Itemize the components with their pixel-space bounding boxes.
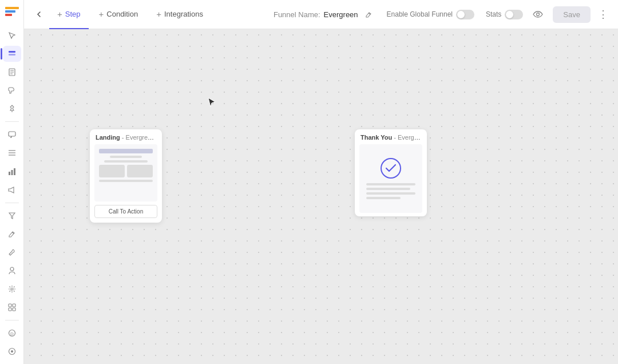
edit-funnel-name-button[interactable] [362,7,375,21]
landing-step-type: Landing [96,134,120,141]
app-logo[interactable] [3,5,21,21]
sidebar-item-pages[interactable] [3,64,21,80]
enable-global-funnel-section: Enable Global Funnel [387,10,474,19]
thankyou-card-header: Thank You - Evergreen Tha... [355,129,427,144]
thankyou-step-type: Thank You [360,134,392,141]
sidebar: D [0,0,24,364]
ty-line1 [366,183,415,185]
ty-line4 [366,197,401,199]
cursor-indicator [207,97,216,112]
save-button[interactable]: Save [553,6,591,23]
sidebar-item-chart[interactable] [3,164,21,180]
svg-rect-4 [9,54,15,56]
svg-rect-16 [14,168,15,175]
svg-rect-22 [9,308,11,311]
svg-rect-3 [9,51,15,53]
sidebar-item-chat[interactable] [3,126,21,143]
landing-preview-row [99,165,153,177]
svg-point-18 [10,267,14,271]
canvas[interactable]: Landing - Evergreen Lan... Call To Actio… [24,29,618,364]
landing-preview-line3 [99,180,153,182]
landing-step-name: - Evergreen Lan... [122,134,162,141]
ty-line2 [366,188,410,190]
svg-rect-15 [11,170,13,175]
funnel-name-value: Evergreen [324,10,358,19]
more-options-button[interactable]: ⋮ [595,6,611,22]
preview-button[interactable] [530,6,546,22]
stats-label: Stats [486,10,501,18]
sidebar-divider-2 [5,203,19,203]
ty-line3 [366,192,415,195]
tab-integrations-plus: + [156,9,161,19]
landing-preview-line2 [104,160,147,163]
svg-rect-0 [5,7,19,9]
sidebar-item-grid[interactable] [3,299,21,315]
funnel-name-label: Funnel Name: [274,10,320,19]
tab-integrations-label: Integrations [164,10,203,18]
svg-point-19 [11,288,13,290]
svg-rect-23 [13,308,15,311]
svg-rect-21 [13,304,15,307]
svg-rect-2 [5,14,12,16]
tab-step-label: Step [65,10,81,18]
landing-preview-box2 [127,165,153,177]
sidebar-divider-3 [5,320,19,321]
svg-point-27 [11,350,13,353]
svg-text:D: D [10,331,14,337]
tab-step[interactable]: + Step [49,0,89,29]
landing-card[interactable]: Landing - Evergreen Lan... Call To Actio… [90,129,162,223]
landing-preview-header [99,149,153,153]
sidebar-item-settings[interactable] [3,281,21,297]
thankyou-card-body [359,144,422,213]
tab-condition[interactable]: + Condition [91,0,146,29]
landing-card-body [94,144,157,201]
tab-condition-plus: + [99,9,104,19]
sidebar-item-list[interactable] [3,145,21,161]
sidebar-item-cursor[interactable] [3,27,21,43]
landing-card-footer: Call To Action [90,205,162,223]
svg-rect-14 [9,172,10,175]
tab-condition-label: Condition [106,10,138,18]
sidebar-item-draw[interactable] [3,226,21,242]
thankyou-check-icon [381,158,401,179]
thankyou-step-name: - Evergreen Tha... [394,134,427,141]
svg-rect-1 [5,10,15,13]
sidebar-item-thumbsdown[interactable] [3,82,21,98]
thankyou-preview-lines [364,183,418,199]
thankyou-card[interactable]: Thank You - Evergreen Tha... [355,129,427,216]
sidebar-item-pin[interactable] [3,101,21,117]
svg-rect-10 [9,132,15,136]
landing-cta-button[interactable]: Call To Action [94,205,157,218]
enable-global-funnel-toggle[interactable] [456,10,474,19]
stats-toggle[interactable] [505,10,523,19]
enable-global-funnel-label: Enable Global Funnel [387,10,453,18]
sidebar-item-circle-d[interactable]: D [3,325,21,341]
sidebar-item-funnel[interactable] [3,208,21,224]
landing-card-header: Landing - Evergreen Lan... [90,129,162,144]
svg-point-29 [537,13,540,16]
landing-preview-line1 [110,156,142,158]
back-button[interactable] [31,6,47,22]
tab-step-plus: + [57,9,62,19]
funnel-name-section: Funnel Name: Evergreen [274,7,375,21]
tab-integrations[interactable]: + Integrations [148,0,211,29]
sidebar-item-tools[interactable] [3,244,21,260]
main-area: + Step + Condition + Integrations Funnel… [24,0,618,364]
sidebar-divider-1 [5,121,19,122]
landing-preview-box1 [99,165,125,177]
sidebar-item-circle-2[interactable] [3,343,21,359]
svg-rect-20 [9,304,11,307]
sidebar-item-person[interactable] [3,263,21,279]
stats-section: Stats [486,10,523,19]
topbar: + Step + Condition + Integrations Funnel… [24,0,618,29]
sidebar-item-megaphone[interactable] [3,182,21,198]
sidebar-item-layers[interactable] [3,46,21,62]
